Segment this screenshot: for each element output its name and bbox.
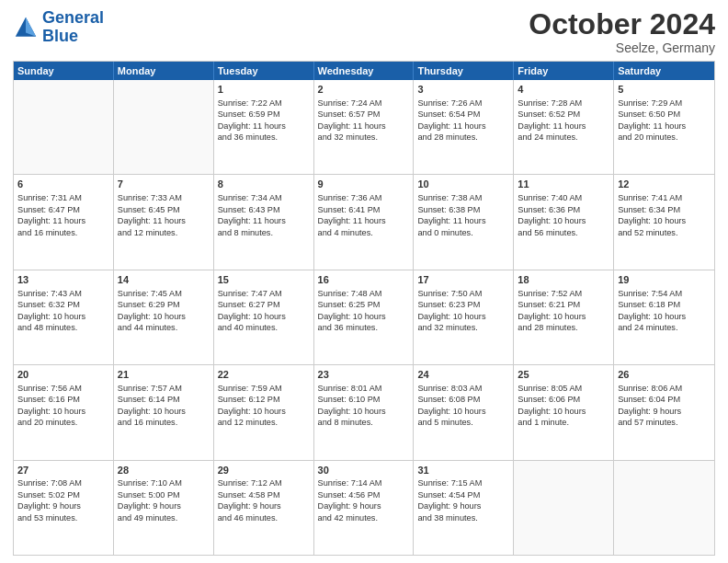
page: General Blue October 2024 Seelze, German… — [0, 0, 728, 563]
day-header-tuesday: Tuesday — [214, 62, 314, 80]
day-number: 26 — [618, 368, 711, 382]
calendar-body: 1Sunrise: 7:22 AM Sunset: 6:59 PM Daylig… — [14, 80, 714, 555]
day-number: 2 — [318, 83, 410, 97]
day-info: Sunrise: 7:45 AM Sunset: 6:29 PM Dayligh… — [118, 288, 210, 334]
day-cell-26: 26Sunrise: 8:06 AM Sunset: 6:04 PM Dayli… — [614, 365, 714, 459]
day-number: 9 — [318, 178, 410, 191]
day-info: Sunrise: 7:08 AM Sunset: 5:02 PM Dayligh… — [17, 477, 109, 523]
empty-cell — [514, 461, 614, 555]
day-cell-31: 31Sunrise: 7:15 AM Sunset: 4:54 PM Dayli… — [414, 461, 514, 555]
day-cell-18: 18Sunrise: 7:52 AM Sunset: 6:21 PM Dayli… — [514, 270, 614, 364]
day-number: 25 — [518, 368, 609, 382]
calendar-row-4: 20Sunrise: 7:56 AM Sunset: 6:16 PM Dayli… — [14, 364, 714, 459]
day-number: 19 — [618, 273, 711, 287]
day-number: 20 — [17, 368, 109, 382]
day-number: 15 — [218, 273, 310, 287]
header: General Blue October 2024 Seelze, German… — [13, 9, 715, 55]
calendar-row-2: 6Sunrise: 7:31 AM Sunset: 6:47 PM Daylig… — [14, 174, 714, 269]
day-cell-13: 13Sunrise: 7:43 AM Sunset: 6:32 PM Dayli… — [14, 270, 114, 364]
day-info: Sunrise: 8:03 AM Sunset: 6:08 PM Dayligh… — [417, 383, 509, 429]
day-cell-5: 5Sunrise: 7:29 AM Sunset: 6:50 PM Daylig… — [614, 80, 714, 174]
calendar-row-3: 13Sunrise: 7:43 AM Sunset: 6:32 PM Dayli… — [14, 270, 714, 364]
day-number: 7 — [118, 178, 210, 191]
day-number: 28 — [118, 464, 210, 477]
day-number: 24 — [417, 368, 509, 382]
day-info: Sunrise: 8:05 AM Sunset: 6:06 PM Dayligh… — [518, 383, 609, 429]
day-cell-8: 8Sunrise: 7:34 AM Sunset: 6:43 PM Daylig… — [214, 175, 314, 269]
day-header-friday: Friday — [514, 62, 614, 80]
day-info: Sunrise: 7:50 AM Sunset: 6:23 PM Dayligh… — [417, 288, 509, 334]
day-info: Sunrise: 7:36 AM Sunset: 6:41 PM Dayligh… — [318, 192, 410, 238]
day-cell-11: 11Sunrise: 7:40 AM Sunset: 6:36 PM Dayli… — [514, 175, 614, 269]
day-info: Sunrise: 7:12 AM Sunset: 4:58 PM Dayligh… — [218, 477, 310, 523]
day-info: Sunrise: 7:48 AM Sunset: 6:25 PM Dayligh… — [318, 288, 410, 334]
logo-line1: General — [42, 8, 104, 27]
day-cell-24: 24Sunrise: 8:03 AM Sunset: 6:08 PM Dayli… — [414, 365, 514, 459]
day-number: 23 — [318, 368, 410, 382]
day-info: Sunrise: 7:14 AM Sunset: 4:56 PM Dayligh… — [318, 477, 410, 523]
logo-line2: Blue — [42, 27, 78, 45]
day-info: Sunrise: 7:52 AM Sunset: 6:21 PM Dayligh… — [518, 288, 609, 334]
day-number: 18 — [518, 273, 609, 287]
logo-text: General Blue — [42, 9, 104, 46]
day-info: Sunrise: 7:54 AM Sunset: 6:18 PM Dayligh… — [618, 288, 711, 334]
day-cell-14: 14Sunrise: 7:45 AM Sunset: 6:29 PM Dayli… — [114, 270, 214, 364]
day-info: Sunrise: 7:22 AM Sunset: 6:59 PM Dayligh… — [218, 98, 310, 144]
day-number: 29 — [218, 464, 310, 477]
day-number: 1 — [218, 83, 310, 97]
day-header-sunday: Sunday — [14, 62, 114, 80]
day-cell-23: 23Sunrise: 8:01 AM Sunset: 6:10 PM Dayli… — [314, 365, 415, 459]
day-number: 11 — [518, 178, 609, 191]
day-header-saturday: Saturday — [614, 62, 714, 80]
logo: General Blue — [13, 9, 104, 46]
day-number: 27 — [17, 464, 109, 477]
day-cell-2: 2Sunrise: 7:24 AM Sunset: 6:57 PM Daylig… — [314, 80, 415, 174]
day-info: Sunrise: 7:57 AM Sunset: 6:14 PM Dayligh… — [118, 383, 210, 429]
day-info: Sunrise: 7:56 AM Sunset: 6:16 PM Dayligh… — [17, 383, 109, 429]
day-number: 14 — [118, 273, 210, 287]
day-cell-20: 20Sunrise: 7:56 AM Sunset: 6:16 PM Dayli… — [14, 365, 114, 459]
day-info: Sunrise: 7:59 AM Sunset: 6:12 PM Dayligh… — [218, 383, 310, 429]
day-info: Sunrise: 8:01 AM Sunset: 6:10 PM Dayligh… — [318, 383, 410, 429]
day-number: 6 — [17, 178, 109, 191]
day-info: Sunrise: 7:33 AM Sunset: 6:45 PM Dayligh… — [118, 192, 210, 238]
day-cell-21: 21Sunrise: 7:57 AM Sunset: 6:14 PM Dayli… — [114, 365, 214, 459]
day-number: 5 — [618, 83, 711, 97]
day-cell-19: 19Sunrise: 7:54 AM Sunset: 6:18 PM Dayli… — [614, 270, 714, 364]
day-cell-3: 3Sunrise: 7:26 AM Sunset: 6:54 PM Daylig… — [414, 80, 514, 174]
day-number: 31 — [417, 464, 509, 477]
day-info: Sunrise: 7:10 AM Sunset: 5:00 PM Dayligh… — [118, 477, 210, 523]
day-number: 17 — [417, 273, 509, 287]
calendar-row-1: 1Sunrise: 7:22 AM Sunset: 6:59 PM Daylig… — [14, 80, 714, 174]
day-cell-9: 9Sunrise: 7:36 AM Sunset: 6:41 PM Daylig… — [314, 175, 415, 269]
day-info: Sunrise: 7:15 AM Sunset: 4:54 PM Dayligh… — [417, 477, 509, 523]
day-number: 8 — [218, 178, 310, 191]
day-info: Sunrise: 7:31 AM Sunset: 6:47 PM Dayligh… — [17, 192, 109, 238]
day-info: Sunrise: 7:40 AM Sunset: 6:36 PM Dayligh… — [518, 192, 609, 238]
day-cell-28: 28Sunrise: 7:10 AM Sunset: 5:00 PM Dayli… — [114, 461, 214, 555]
day-info: Sunrise: 7:24 AM Sunset: 6:57 PM Dayligh… — [318, 98, 410, 144]
day-number: 3 — [417, 83, 509, 97]
day-cell-22: 22Sunrise: 7:59 AM Sunset: 6:12 PM Dayli… — [214, 365, 314, 459]
day-cell-12: 12Sunrise: 7:41 AM Sunset: 6:34 PM Dayli… — [614, 175, 714, 269]
empty-cell — [14, 80, 114, 174]
title-block: October 2024 Seelze, Germany — [529, 9, 715, 55]
day-cell-17: 17Sunrise: 7:50 AM Sunset: 6:23 PM Dayli… — [414, 270, 514, 364]
day-info: Sunrise: 8:06 AM Sunset: 6:04 PM Dayligh… — [618, 383, 711, 429]
day-cell-16: 16Sunrise: 7:48 AM Sunset: 6:25 PM Dayli… — [314, 270, 415, 364]
day-cell-30: 30Sunrise: 7:14 AM Sunset: 4:56 PM Dayli… — [314, 461, 415, 555]
day-number: 12 — [618, 178, 711, 191]
location: Seelze, Germany — [529, 40, 715, 55]
day-number: 13 — [17, 273, 109, 287]
day-number: 22 — [218, 368, 310, 382]
day-cell-29: 29Sunrise: 7:12 AM Sunset: 4:58 PM Dayli… — [214, 461, 314, 555]
day-cell-27: 27Sunrise: 7:08 AM Sunset: 5:02 PM Dayli… — [14, 461, 114, 555]
calendar-row-5: 27Sunrise: 7:08 AM Sunset: 5:02 PM Dayli… — [14, 460, 714, 555]
day-header-thursday: Thursday — [414, 62, 514, 80]
day-number: 21 — [118, 368, 210, 382]
calendar-header: SundayMondayTuesdayWednesdayThursdayFrid… — [14, 62, 714, 80]
day-info: Sunrise: 7:41 AM Sunset: 6:34 PM Dayligh… — [618, 192, 711, 238]
day-info: Sunrise: 7:28 AM Sunset: 6:52 PM Dayligh… — [518, 98, 609, 144]
day-cell-7: 7Sunrise: 7:33 AM Sunset: 6:45 PM Daylig… — [114, 175, 214, 269]
day-number: 10 — [417, 178, 509, 191]
